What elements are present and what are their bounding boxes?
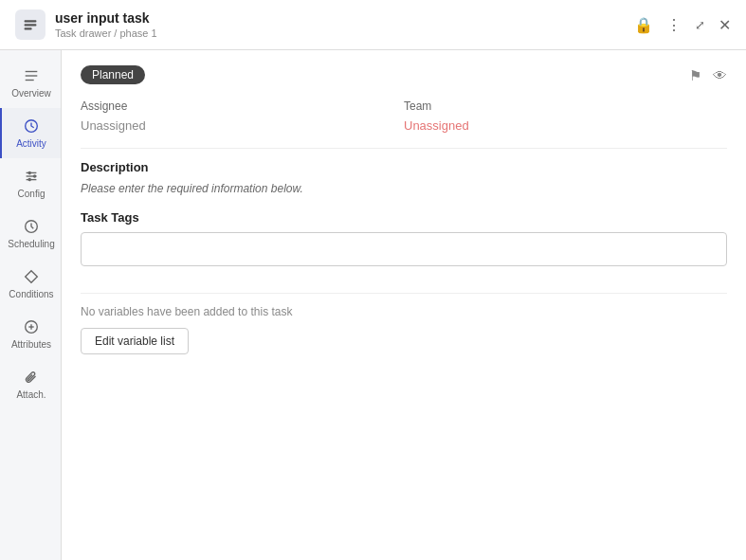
assignee-label: Assignee	[81, 99, 404, 113]
breadcrumb: Task drawer / phase 1	[55, 27, 634, 39]
sidebar: Overview Activity Config Scheduling	[0, 50, 62, 560]
close-icon[interactable]: ✕	[719, 16, 731, 34]
sidebar-scheduling-label: Scheduling	[8, 239, 54, 249]
header-text: user input task Task drawer / phase 1	[55, 10, 634, 39]
sidebar-conditions-label: Conditions	[9, 289, 53, 299]
sidebar-attributes-label: Attributes	[11, 339, 51, 350]
task-tags-section: Task Tags	[81, 210, 727, 281]
sidebar-item-attributes[interactable]: Attributes	[0, 309, 61, 359]
description-section: Description Please enter the required in…	[81, 160, 727, 195]
svg-rect-1	[25, 24, 37, 26]
main-layout: Overview Activity Config Scheduling	[0, 50, 746, 560]
sidebar-item-attach[interactable]: Attach.	[0, 359, 61, 409]
sidebar-item-overview[interactable]: Overview	[0, 58, 61, 108]
svg-rect-2	[25, 27, 32, 29]
task-tags-label: Task Tags	[81, 210, 727, 225]
sidebar-item-config[interactable]: Config	[0, 158, 61, 208]
sidebar-item-activity[interactable]: Activity	[0, 108, 61, 158]
team-col: Team Unassigned	[404, 99, 727, 133]
sidebar-activity-label: Activity	[16, 138, 46, 149]
task-icon	[15, 9, 45, 40]
task-tags-input[interactable]	[81, 232, 727, 266]
header-actions: 🔒 ⋮ ⤢ ✕	[634, 16, 731, 34]
svg-point-15	[28, 179, 30, 181]
divider-2	[81, 293, 727, 294]
svg-point-13	[28, 172, 30, 173]
assignee-value[interactable]: Unassigned	[81, 118, 404, 133]
more-icon[interactable]: ⋮	[666, 16, 682, 34]
team-label: Team	[404, 99, 727, 113]
content-header-icons: ⚑ 👁	[689, 67, 727, 84]
eye-icon[interactable]: 👁	[713, 67, 727, 84]
team-value[interactable]: Unassigned	[404, 118, 727, 133]
assignee-col: Assignee Unassigned	[81, 99, 404, 133]
sidebar-item-conditions[interactable]: Conditions	[0, 259, 61, 309]
content-top: Planned ⚑ 👁	[81, 65, 727, 99]
sidebar-attach-label: Attach.	[16, 389, 45, 400]
description-label: Description	[81, 160, 727, 174]
variables-section: No variables have been added to this tas…	[81, 305, 727, 354]
sidebar-config-label: Config	[18, 189, 45, 199]
page-title: user input task	[55, 10, 634, 26]
flag-icon[interactable]: ⚑	[689, 67, 701, 84]
sidebar-item-scheduling[interactable]: Scheduling	[0, 208, 61, 259]
no-vars-text: No variables have been added to this tas…	[81, 305, 727, 318]
assignee-team-row: Assignee Unassigned Team Unassigned	[81, 99, 727, 133]
expand-icon[interactable]: ⤢	[695, 18, 705, 32]
sidebar-overview-label: Overview	[11, 88, 51, 99]
lock-icon[interactable]: 🔒	[634, 16, 653, 34]
main-content: Planned ⚑ 👁 Assignee Unassigned Team Una…	[62, 50, 746, 560]
edit-variable-list-button[interactable]: Edit variable list	[81, 328, 189, 354]
divider-1	[81, 148, 727, 149]
svg-rect-0	[25, 20, 37, 22]
svg-point-14	[34, 175, 36, 177]
status-badge: Planned	[81, 65, 145, 84]
description-text: Please enter the required information be…	[81, 182, 727, 195]
app-header: user input task Task drawer / phase 1 🔒 …	[0, 0, 746, 50]
